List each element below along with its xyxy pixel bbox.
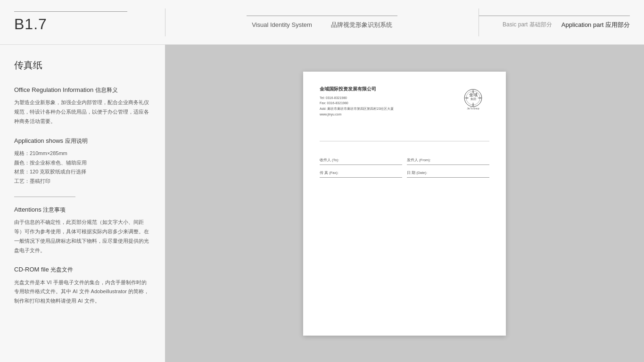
fax-field-row-1: 收件人 (To): 发件人 (From): xyxy=(320,158,489,165)
fax-from-line xyxy=(407,165,489,165)
header-center-rule xyxy=(247,16,397,16)
page-code: B1.7 xyxy=(14,16,151,33)
left-panel: 传真纸 Office Regulation Information 信息释义 为… xyxy=(0,45,165,362)
fax-preview: 金域国际投资发展有限公司 Tel: 0316-8321980 Fax: 0316… xyxy=(303,72,506,336)
section-info-heading: Office Regulation Information 信息释义 xyxy=(14,86,151,94)
fax-fax-label: 传 真 (Fax): xyxy=(320,171,402,175)
nav-application: Application part 应用部分 xyxy=(561,21,630,29)
section-cdrom-heading: CD-ROM file 光盘文件 xyxy=(14,265,151,274)
right-panel: 金域国际投资发展有限公司 Tel: 0316-8321980 Fax: 0316… xyxy=(165,45,644,362)
section-application: Application shows 应用说明 规格：210mm×285mm 颜色… xyxy=(14,137,151,186)
section-cdrom: CD-ROM file 光盘文件 光盘文件是本 VI 手册电子文件的集合，内含手… xyxy=(14,265,151,306)
fax-company-info: 金域国际投资发展有限公司 Tel: 0316-8321980 Fax: 0316… xyxy=(320,86,456,118)
fax-date-line xyxy=(407,177,489,178)
page-title: 传真纸 xyxy=(14,59,151,72)
vis-label-en: Visual Identity System xyxy=(252,21,312,28)
fax-field-row-2: 传 真 (Fax): 日 期 (Date): xyxy=(320,171,489,178)
fax-from-label: 发件人 (From): xyxy=(407,158,489,163)
nav-basic: Basic part 基础部分 xyxy=(503,21,552,29)
fax-fax-line xyxy=(320,177,402,178)
header-left: B1.7 xyxy=(0,11,165,33)
vis-label-zh: 品牌视觉形象识别系统 xyxy=(331,21,392,29)
brand-logo-icon: 金域 集团 Jia Ta Group xyxy=(460,87,486,113)
section-attentions-body: 由于信息的不确定性，此页部分规范（如文字大小、间距等）可作为参考使用，具体可根据… xyxy=(14,218,151,255)
section-application-body: 规格：210mm×285mm 颜色：按企业标准色、辅助应用 材质：120 克双胶… xyxy=(14,149,151,186)
fax-field-to: 收件人 (To): xyxy=(320,158,402,165)
fax-body: 收件人 (To): 发件人 (From): 传 真 (Fax): 日 期 (Da xyxy=(320,148,489,316)
fax-field-fax: 传 真 (Fax): xyxy=(320,171,402,178)
header: B1.7 Visual Identity System 品牌视觉形象识别系统 B… xyxy=(0,0,644,45)
header-right: Basic part 基础部分 Application part 应用部分 xyxy=(479,16,644,29)
header-center: Visual Identity System 品牌视觉形象识别系统 xyxy=(165,8,479,36)
fax-date-label: 日 期 (Date): xyxy=(407,171,489,175)
section-attentions: Attentions 注意事项 由于信息的不确定性，此页部分规范（如文字大小、间… xyxy=(14,206,151,255)
main-content: 传真纸 Office Regulation Information 信息释义 为… xyxy=(0,45,644,362)
header-right-rule xyxy=(479,16,630,16)
fax-contact-info: Tel: 0316-8321980 Fax: 0316-8321980 Add:… xyxy=(320,95,456,118)
svg-text:集团: 集团 xyxy=(470,97,476,100)
fax-header-divider xyxy=(320,141,489,141)
section-cdrom-body: 光盘文件是本 VI 手册电子文件的集合，内含手册制作时的专用软件格式文件。其中 … xyxy=(14,278,151,306)
section-attentions-heading: Attentions 注意事项 xyxy=(14,206,151,214)
fax-to-line xyxy=(320,165,402,165)
header-center-titles: Visual Identity System 品牌视觉形象识别系统 xyxy=(252,21,392,29)
section-application-heading: Application shows 应用说明 xyxy=(14,137,151,145)
section-info-body: 为塑造企业新形象，加强企业内部管理，配合企业商务礼仪规范，特设计各种办公系统用品… xyxy=(14,98,151,126)
svg-text:Jia Ta Group: Jia Ta Group xyxy=(467,107,479,110)
fax-company-name: 金域国际投资发展有限公司 xyxy=(320,86,456,92)
fax-field-from: 发件人 (From): xyxy=(407,158,489,165)
section-divider xyxy=(14,197,75,197)
fax-header: 金域国际投资发展有限公司 Tel: 0316-8321980 Fax: 0316… xyxy=(320,86,489,123)
fax-to-label: 收件人 (To): xyxy=(320,158,402,163)
header-rule xyxy=(14,11,127,12)
fax-field-date: 日 期 (Date): xyxy=(407,171,489,178)
header-nav: Basic part 基础部分 Application part 应用部分 xyxy=(503,21,630,29)
fax-logo: 金域 集团 Jia Ta Group xyxy=(456,86,489,114)
section-info: Office Regulation Information 信息释义 为塑造企业… xyxy=(14,86,151,126)
